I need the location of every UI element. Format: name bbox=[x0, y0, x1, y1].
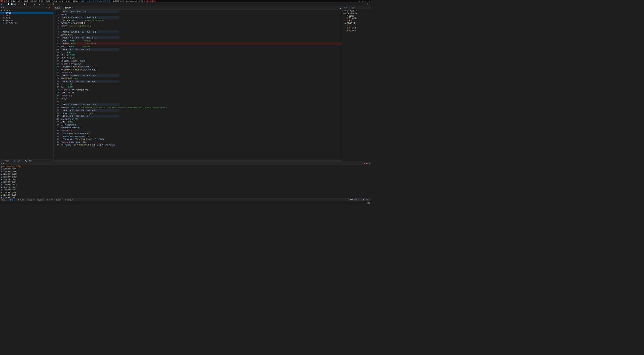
run-icon[interactable]: ▶ bbox=[34, 3, 35, 5]
close-icon[interactable]: ✕ bbox=[369, 0, 370, 2]
menu-item[interactable]: R.运行 bbox=[38, 0, 45, 2]
close-tab-icon[interactable]: ✕ bbox=[72, 7, 73, 9]
ime-indicator[interactable]: </> Cn 。 半 简 bbox=[348, 198, 370, 201]
right-tab[interactable]: 子程序 bbox=[349, 6, 356, 9]
menu-extra-item[interactable]: 更多 bbox=[107, 0, 110, 2]
bulb-icon[interactable]: 💡 bbox=[52, 3, 54, 5]
left-tab[interactable]: 🔧 属性 bbox=[23, 159, 35, 162]
menu-item[interactable]: C.编译 bbox=[45, 0, 51, 2]
tree-item[interactable]: 外部文件记录表 bbox=[6, 22, 17, 24]
cut-icon[interactable]: ✂ bbox=[18, 3, 19, 5]
tree-item[interactable]: 模块引用表 bbox=[6, 19, 14, 22]
tree-item[interactable]: 资源表 bbox=[6, 17, 10, 19]
output-tab[interactable]: ▣ 输出 bbox=[8, 199, 16, 201]
menu-item[interactable]: X.扩展 bbox=[58, 0, 65, 2]
output-tab[interactable]: ▣ 监视表 bbox=[36, 199, 46, 201]
pin-icon[interactable]: 📌 bbox=[366, 163, 368, 164]
menu-item[interactable]: E.编辑 bbox=[10, 0, 17, 2]
menu-extra-item[interactable]: 便签 bbox=[95, 0, 98, 2]
ime-lang[interactable]: Cn bbox=[355, 199, 357, 200]
left-tab[interactable]: ▣ 程序 bbox=[13, 159, 23, 162]
step-out-icon[interactable]: ⭡ bbox=[48, 4, 50, 5]
ime-punct[interactable]: 。 bbox=[359, 198, 360, 201]
redo-icon[interactable]: ↷ bbox=[30, 3, 31, 5]
stop-icon[interactable]: ■ bbox=[39, 4, 40, 5]
copy-icon[interactable]: ⿻ bbox=[21, 4, 22, 5]
output-line: ▶[12:00:20] * "JY1F" bbox=[1, 181, 370, 184]
maximize-icon[interactable]: ▢ bbox=[366, 0, 367, 2]
new-icon[interactable]: ▾ bbox=[6, 3, 6, 5]
menu-item[interactable]: T.工具 bbox=[52, 0, 58, 2]
step-into-icon[interactable]: ⭣ bbox=[45, 4, 47, 5]
left-tab[interactable]: ◐ 支持库 bbox=[0, 159, 13, 162]
menu-item[interactable]: B.数据库 bbox=[30, 0, 38, 2]
variable-tree[interactable]: ▸ ⬢ 程序集变量 - 0▾ ⬢ 子程序参数 - 0文 初始值整 序列化个数整 … bbox=[342, 9, 371, 32]
res-icon: 图 bbox=[3, 17, 5, 19]
menu-extra-item[interactable]: 折叠 bbox=[91, 0, 94, 2]
left-tabs: ◐ 支持库 ▣ 程序 🔧 属性 bbox=[0, 159, 54, 162]
menu-extra-item[interactable]: 支持库 bbox=[85, 0, 90, 2]
output-tab[interactable]: ▣ 变量表 bbox=[26, 199, 36, 201]
forward-icon[interactable]: ○ bbox=[4, 4, 5, 5]
output-tab[interactable]: ▣ 搜索1 bbox=[45, 199, 54, 201]
menu-extra-item[interactable]: 调试 bbox=[99, 0, 102, 2]
menu-extra-item[interactable]: 视图 bbox=[103, 0, 106, 2]
save-icon[interactable]: 💾 bbox=[11, 3, 13, 5]
dropdown-icon[interactable]: ▾ bbox=[364, 163, 365, 164]
var-item[interactable]: 文 初始值 bbox=[343, 15, 370, 17]
right-tab[interactable]: 变 量 bbox=[342, 6, 349, 9]
pause-icon[interactable]: ⏸ bbox=[36, 4, 38, 5]
undo-icon[interactable]: ↶ bbox=[28, 3, 29, 5]
menu-item[interactable]: H.帮助 bbox=[72, 0, 78, 2]
pin2-icon[interactable]: 📌 bbox=[48, 7, 50, 8]
output-title: 输出 bbox=[1, 162, 4, 165]
var-item[interactable]: 整 I bbox=[343, 24, 370, 27]
var-item[interactable]: 整 序列化个数 bbox=[343, 17, 370, 19]
align-right-icon[interactable]: ≡ bbox=[369, 4, 370, 5]
ime-width[interactable]: 半 bbox=[363, 198, 364, 201]
close-panel-icon[interactable]: ✕ bbox=[51, 7, 53, 8]
settings-icon[interactable]: ⚙ bbox=[358, 0, 360, 2]
status-bar: 12:01 bbox=[0, 201, 371, 204]
code-editor[interactable]: 程序集名保 留保 留备 注程序集1子程序名返回值类型公开易包备 注_启动子程序 … bbox=[60, 10, 342, 160]
step-over-icon[interactable]: ⭢ bbox=[43, 4, 44, 5]
editor-tab[interactable]: { }程序集1✕ bbox=[61, 6, 75, 9]
output-tab[interactable]: ▣ 调用表 bbox=[16, 199, 26, 201]
output-tab[interactable]: ▣ 剪辑历史 bbox=[63, 199, 75, 201]
ime-mode[interactable]: 简 bbox=[366, 198, 368, 201]
tree-item[interactable]: 常量表... bbox=[6, 14, 12, 17]
saveall-icon[interactable]: 🗐 bbox=[14, 4, 16, 5]
refresh-icon[interactable]: ↻ bbox=[368, 6, 371, 9]
pin-icon[interactable]: ▾ bbox=[47, 7, 47, 8]
tree-item[interactable]: 程序集1 bbox=[6, 12, 11, 14]
close-output-icon[interactable]: ✕ bbox=[369, 163, 370, 164]
open-icon[interactable]: 📄 bbox=[8, 3, 10, 5]
project-tree[interactable]: ◆程序数据 { }程序集1 π常量表... 图资源表 ▣模块引用表 ▤外部文件记… bbox=[0, 9, 54, 159]
output-line: [调试] - 调试程序[12204]创建 bbox=[1, 165, 370, 168]
var-group[interactable]: ▸ ⬢ 程序集变量 - 0 bbox=[343, 10, 370, 12]
menu-extra-item[interactable]: 模块 bbox=[81, 0, 85, 2]
output-tab[interactable]: ▣ 搜索2 bbox=[54, 199, 63, 201]
var-item[interactable]: 整 局_初始值 bbox=[343, 27, 370, 29]
menu-item[interactable]: V.查看 bbox=[17, 0, 23, 2]
var-group[interactable]: ▾ ⬢ 子程序参数 - 0 bbox=[343, 12, 370, 15]
var-item[interactable]: 文 局_序列号 bbox=[343, 29, 370, 32]
tree-root[interactable]: 程序数据 bbox=[4, 9, 10, 12]
align-center-icon[interactable]: ≣ bbox=[367, 3, 368, 5]
menu-item[interactable]: W.窗口 bbox=[65, 0, 71, 2]
var-group[interactable]: ▾ ⬢ 局部变量 - 0 bbox=[343, 22, 370, 24]
menu-item[interactable]: E.程序 bbox=[4, 0, 10, 2]
collapse-icon[interactable]: ⛶ bbox=[338, 8, 339, 9]
menu-item[interactable]: I.插入 bbox=[23, 0, 29, 2]
more-icon[interactable]: ▾ bbox=[340, 8, 341, 9]
minimize-icon[interactable]: — bbox=[362, 0, 364, 2]
back-icon[interactable]: ◉ bbox=[1, 3, 2, 5]
paste-icon[interactable]: 📋 bbox=[23, 3, 25, 5]
horizontal-scrollbar[interactable] bbox=[54, 160, 342, 162]
var-item[interactable]: 整 长度 bbox=[343, 19, 370, 22]
output-tab[interactable]: ▣ 提示 bbox=[0, 199, 8, 201]
output-body[interactable]: [调试] - 调试程序[12204]创建▶[12:00:20] * "JY1A"… bbox=[0, 165, 371, 198]
line-gutter[interactable]: 1234567891011121314151617181920212223242… bbox=[54, 10, 60, 160]
align-left-icon[interactable]: ≡ bbox=[365, 4, 366, 5]
editor-tab[interactable]: 起始页 bbox=[54, 6, 61, 9]
